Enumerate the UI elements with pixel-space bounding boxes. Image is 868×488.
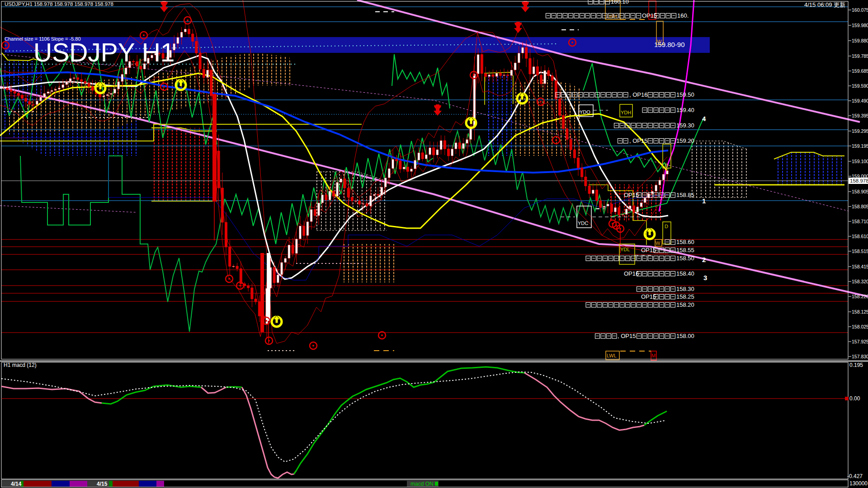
svg-text:0.00: 0.00 xyxy=(849,395,860,402)
svg-text:158.415: 158.415 xyxy=(852,264,868,269)
svg-text:159.20: 159.20 xyxy=(676,137,694,144)
svg-text:158.805: 158.805 xyxy=(852,204,868,209)
svg-text:158.710: 158.710 xyxy=(852,219,868,224)
svg-text:158.25: 158.25 xyxy=(676,293,694,300)
svg-text:159.685: 159.685 xyxy=(852,68,868,74)
svg-text:3: 3 xyxy=(703,274,707,282)
svg-text:YDH: YDH xyxy=(621,110,631,115)
svg-text:159.980: 159.980 xyxy=(852,23,868,28)
svg-text:159.880: 159.880 xyxy=(852,38,868,43)
svg-text:158.320: 158.320 xyxy=(852,279,868,284)
svg-text:M: M xyxy=(651,353,656,358)
svg-text:1: 1 xyxy=(702,197,706,205)
svg-text:157.830: 157.830 xyxy=(852,354,868,359)
svg-text:W: W xyxy=(656,240,660,246)
svg-text:158.60: 158.60 xyxy=(676,239,694,245)
svg-text:158.220: 158.220 xyxy=(852,294,868,299)
svg-text:158.025: 158.025 xyxy=(852,324,868,329)
svg-text:160.: 160. xyxy=(677,12,689,19)
svg-text:-0.427: -0.427 xyxy=(847,473,863,479)
svg-text:159.100: 159.100 xyxy=(852,159,868,164)
svg-text:159.295: 159.295 xyxy=(852,128,868,134)
svg-text:160.075: 160.075 xyxy=(852,7,868,13)
svg-text:, OP15: , OP15 xyxy=(618,333,636,339)
svg-text:4: 4 xyxy=(702,115,706,122)
svg-text:YDL: YDL xyxy=(620,247,630,252)
svg-text:158.40: 158.40 xyxy=(676,270,694,277)
svg-text:159.195: 159.195 xyxy=(852,143,868,149)
svg-text:158.125: 158.125 xyxy=(852,309,868,314)
svg-text:158.85: 158.85 xyxy=(676,192,694,198)
svg-text:158.00: 158.00 xyxy=(676,333,694,339)
svg-text:159.590: 159.590 xyxy=(852,83,868,89)
svg-text:158.30: 158.30 xyxy=(676,286,694,292)
svg-text:160.10: 160.10 xyxy=(611,0,629,5)
svg-text:159.30: 159.30 xyxy=(676,122,694,129)
svg-text:2: 2 xyxy=(702,256,706,263)
svg-text:4/14: 4/14 xyxy=(11,481,22,487)
svg-text:D: D xyxy=(665,163,668,168)
svg-text:158.905: 158.905 xyxy=(852,189,868,194)
svg-text:YDO: YDO xyxy=(580,109,590,115)
svg-text:H1 macd (12): H1 macd (12) xyxy=(4,362,37,368)
svg-text:158.515: 158.515 xyxy=(852,249,868,254)
svg-text:159.80-90: 159.80-90 xyxy=(654,41,685,48)
svg-text:0.195: 0.195 xyxy=(849,362,863,368)
svg-text:macd ON: macd ON xyxy=(410,481,434,487)
svg-text:USDJPY H1: USDJPY H1 xyxy=(33,38,175,67)
svg-text:159.490: 159.490 xyxy=(852,98,868,103)
svg-text:D: D xyxy=(665,224,668,229)
svg-text:LWL: LWL xyxy=(607,353,617,358)
svg-text:158.50: 158.50 xyxy=(676,255,694,262)
svg-text:USDJPY,H1 158.978 158.978 158: USDJPY,H1 158.978 158.978 158.978 158.97… xyxy=(5,1,113,7)
svg-text:4/15 06:09 更新: 4/15 06:09 更新 xyxy=(804,1,845,8)
svg-text:, OP15: , OP15 xyxy=(629,137,647,144)
svg-text:, OP16: , OP16 xyxy=(629,91,647,98)
svg-text:159.50: 159.50 xyxy=(676,91,694,98)
svg-text:159.785: 159.785 xyxy=(852,53,868,59)
svg-text:159.40: 159.40 xyxy=(676,107,694,113)
svg-text:157.925: 157.925 xyxy=(852,339,868,344)
svg-text:158.978: 158.978 xyxy=(850,178,868,183)
svg-text:158.610: 158.610 xyxy=(852,234,868,239)
svg-text:YDC: YDC xyxy=(578,221,588,226)
svg-text:158.55: 158.55 xyxy=(676,247,694,253)
svg-text:130000: 130000 xyxy=(849,480,868,487)
svg-text:158.20: 158.20 xyxy=(676,301,694,308)
svg-text:159.395: 159.395 xyxy=(852,113,868,118)
svg-text:4/15: 4/15 xyxy=(97,481,108,487)
